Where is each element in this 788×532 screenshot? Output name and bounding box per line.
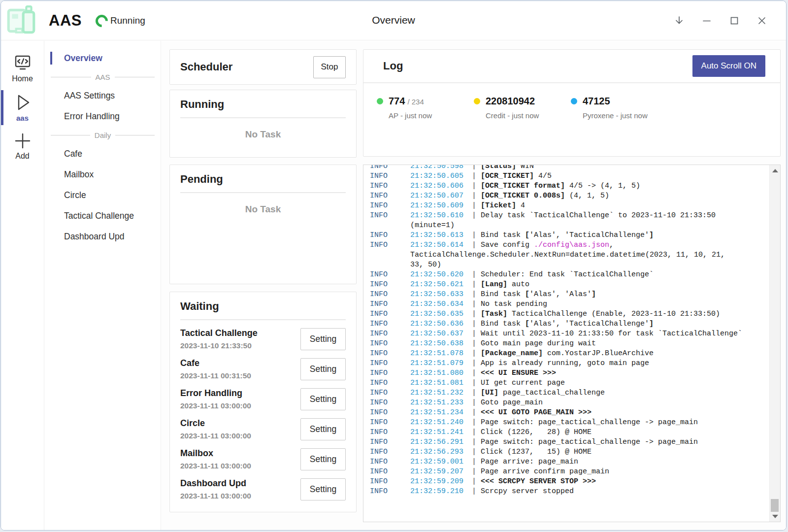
task-next-run: 2023-11-11 03:00:00 bbox=[180, 492, 251, 500]
maximize-icon[interactable] bbox=[728, 14, 741, 27]
log-line: INFO21:32:51.080| <<< UI ENSURE >>> bbox=[370, 368, 769, 378]
titlebar: AAS Running Overview bbox=[1, 1, 786, 40]
nav-divider-aas: AAS bbox=[45, 68, 161, 85]
log-timestamp: 21:32:56.291 bbox=[410, 437, 472, 447]
log-separator: | bbox=[472, 399, 481, 407]
log-line: INFO21:32:51.078| [Package_name] com.Yos… bbox=[370, 349, 769, 359]
scrollbar-up-arrow[interactable] bbox=[770, 166, 780, 175]
scrollbar-thumb[interactable] bbox=[771, 499, 779, 512]
nav-item-circle[interactable]: Circle bbox=[45, 185, 161, 205]
waiting-card: Waiting Tactical Challenge2023-11-10 21:… bbox=[169, 292, 357, 512]
log-message: [Task] TacticalChallenge (Enable, 2023-1… bbox=[481, 310, 720, 318]
log-line: INFO21:32:51.081| UI get current page bbox=[370, 378, 769, 388]
task-info: Mailbox2023-11-11 03:00:00 bbox=[180, 448, 251, 470]
task-row-circle: Circle2023-11-11 03:00:00Setting bbox=[180, 414, 346, 444]
log-separator: | bbox=[472, 182, 481, 190]
log-line: INFO21:32:59.207| Page arrive confirm pa… bbox=[370, 467, 769, 477]
close-icon[interactable] bbox=[755, 14, 768, 27]
log-message: Click (1237, 15) @ HOME bbox=[481, 448, 591, 456]
stat-value-row: 47125 bbox=[583, 96, 648, 107]
setting-button-tactical-challenge[interactable]: Setting bbox=[300, 328, 346, 350]
task-name: Mailbox bbox=[180, 448, 251, 459]
stat-suffix: / 234 bbox=[407, 98, 424, 106]
log-separator: | bbox=[472, 241, 481, 249]
task-next-run: 2023-11-11 03:00:00 bbox=[180, 462, 251, 470]
setting-button-dashboard-upd[interactable]: Setting bbox=[300, 478, 346, 500]
stat-value: 47125 bbox=[583, 96, 610, 106]
log-console[interactable]: INFO21:32:50.598| [Status] WININFO21:32:… bbox=[363, 165, 781, 522]
rail-item-home[interactable]: Home bbox=[1, 50, 44, 88]
log-timestamp: 21:32:56.293 bbox=[410, 447, 472, 457]
log-level: INFO bbox=[370, 457, 410, 467]
log-message: Scheduler: End task `TacticalChallenge` bbox=[481, 270, 654, 279]
scheduler-title: Scheduler bbox=[180, 61, 232, 73]
stop-button[interactable]: Stop bbox=[313, 56, 346, 78]
log-message: Page switch: page_tactical_challenge -> … bbox=[481, 438, 698, 446]
setting-button-mailbox[interactable]: Setting bbox=[300, 448, 346, 470]
task-info: Cafe2023-11-11 00:31:50 bbox=[180, 358, 251, 380]
log-line: INFO21:32:50.614| Save config ./config\a… bbox=[370, 240, 769, 250]
log-line: 33, 50) bbox=[370, 260, 769, 270]
log-level: INFO bbox=[370, 299, 410, 309]
log-level: INFO bbox=[370, 368, 410, 378]
scrollbar-down-arrow[interactable] bbox=[770, 512, 780, 521]
rail-label: Add bbox=[1, 152, 44, 161]
log-level: INFO bbox=[370, 388, 410, 398]
nav-divider-daily: Daily bbox=[45, 127, 161, 143]
log-message: Wait until 2023-11-10 21:33:50 for task … bbox=[481, 330, 742, 338]
log-line: INFO21:32:59.209| <<< SCRCPY SERVER STOP… bbox=[370, 477, 769, 487]
rail-item-add[interactable]: Add bbox=[1, 127, 44, 166]
waiting-title: Waiting bbox=[180, 300, 346, 313]
auto-scroll-toggle[interactable]: Auto Scroll ON bbox=[692, 55, 765, 77]
log-line: TacticalChallenge.Scheduler.NextRun=date… bbox=[370, 250, 769, 260]
log-timestamp: 21:32:59.209 bbox=[410, 477, 472, 487]
nav-item-dashboard-upd[interactable]: Dashboard Upd bbox=[45, 226, 161, 247]
log-scrollbar[interactable] bbox=[769, 165, 780, 522]
log-message: Click (1226, 28) @ HOME bbox=[481, 428, 591, 436]
stat-label: Credit - just now bbox=[486, 111, 539, 120]
log-level: INFO bbox=[370, 447, 410, 457]
log-line: INFO21:32:50.609| [Ticket] 4 bbox=[370, 201, 769, 211]
task-row-tactical-challenge: Tactical Challenge2023-11-10 21:33:50Set… bbox=[180, 324, 346, 354]
log-separator: | bbox=[472, 280, 481, 289]
log-message: Bind task ['Alas', 'Alas'] bbox=[481, 290, 596, 299]
log-timestamp: 21:32:50.635 bbox=[410, 309, 472, 319]
nav-item-overview[interactable]: Overview bbox=[45, 48, 161, 68]
log-message: Bind task ['Alas', 'TacticalChallenge'] bbox=[481, 320, 654, 328]
nav-item-error-handling[interactable]: Error Handling bbox=[45, 106, 161, 127]
log-timestamp: 21:32:50.607 bbox=[410, 191, 472, 201]
nav-item-tactical-challenge[interactable]: Tactical Challenge bbox=[45, 205, 161, 226]
task-row-mailbox: Mailbox2023-11-11 03:00:00Setting bbox=[180, 444, 346, 474]
log-line: INFO21:32:50.598| [Status] WIN bbox=[370, 165, 769, 171]
log-timestamp: 21:32:51.078 bbox=[410, 349, 472, 359]
hide-to-tray-icon[interactable] bbox=[673, 14, 686, 27]
log-level: INFO bbox=[370, 329, 410, 339]
nav-item-mailbox[interactable]: Mailbox bbox=[45, 164, 161, 185]
log-timestamp: 21:32:59.207 bbox=[410, 467, 472, 477]
log-timestamp: 21:32:51.234 bbox=[410, 408, 472, 418]
log-level: INFO bbox=[370, 319, 410, 329]
log-line: INFO21:32:50.605| [OCR_TICKET] 4/5 bbox=[370, 171, 769, 181]
nav-item-cafe[interactable]: Cafe bbox=[45, 143, 161, 164]
task-info: Error Handling2023-11-11 03:00:00 bbox=[180, 388, 251, 410]
rail-item-aas[interactable]: aas bbox=[1, 88, 44, 127]
log-message: No task pending bbox=[481, 300, 547, 308]
minimize-icon[interactable] bbox=[700, 14, 713, 27]
log-timestamp: 21:32:51.240 bbox=[410, 418, 472, 428]
log-level: INFO bbox=[370, 467, 410, 477]
log-message: UI get current page bbox=[481, 379, 565, 387]
running-title: Running bbox=[180, 98, 346, 111]
nav-item-aas-settings[interactable]: AAS Settings bbox=[45, 85, 161, 106]
task-name: Error Handling bbox=[180, 388, 251, 399]
setting-button-error-handling[interactable]: Setting bbox=[300, 388, 346, 410]
setting-button-circle[interactable]: Setting bbox=[300, 418, 346, 440]
nav-menu: OverviewAASAAS SettingsError HandlingDai… bbox=[45, 41, 161, 530]
task-next-run: 2023-11-11 03:00:00 bbox=[180, 432, 251, 440]
task-name: Dashboard Upd bbox=[180, 478, 251, 489]
task-next-run: 2023-11-11 03:00:00 bbox=[180, 401, 251, 410]
log-line: INFO21:32:56.291| Page switch: page_tact… bbox=[370, 437, 769, 447]
task-info: Tactical Challenge2023-11-10 21:33:50 bbox=[180, 328, 258, 350]
setting-button-cafe[interactable]: Setting bbox=[300, 358, 346, 380]
scheduler-card: Scheduler Stop bbox=[169, 49, 357, 85]
stat-text: 47125Pyroxene - just now bbox=[583, 96, 648, 120]
